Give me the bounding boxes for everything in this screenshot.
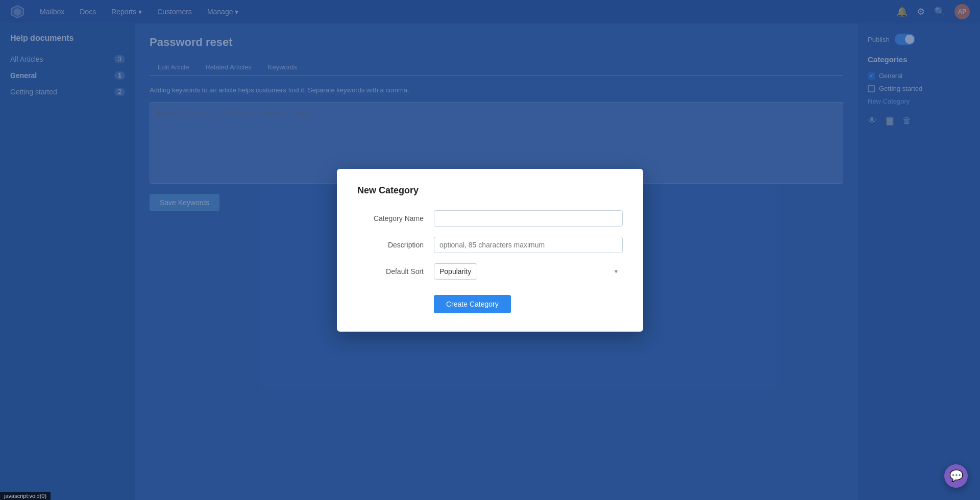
chat-bubble[interactable]: 💬 <box>944 464 968 488</box>
default-sort-wrapper: Popularity Date Title ▾ <box>434 263 623 280</box>
description-row: Description <box>357 237 623 253</box>
create-category-button[interactable]: Create Category <box>434 295 511 313</box>
category-name-input[interactable] <box>434 210 623 227</box>
category-name-label: Category Name <box>357 210 424 222</box>
description-label: Description <box>357 237 424 249</box>
default-sort-label: Default Sort <box>357 263 424 276</box>
category-name-row: Category Name <box>357 210 623 227</box>
default-sort-row: Default Sort Popularity Date Title ▾ <box>357 263 623 280</box>
description-input[interactable] <box>434 237 623 253</box>
statusbar: javascript:void(0) <box>0 492 51 500</box>
chevron-down-icon: ▾ <box>615 268 618 275</box>
default-sort-select[interactable]: Popularity Date Title <box>434 263 477 280</box>
modal-title: New Category <box>357 185 623 196</box>
modal-overlay[interactable]: New Category Category Name Description D… <box>0 0 980 500</box>
new-category-modal: New Category Category Name Description D… <box>337 169 643 332</box>
